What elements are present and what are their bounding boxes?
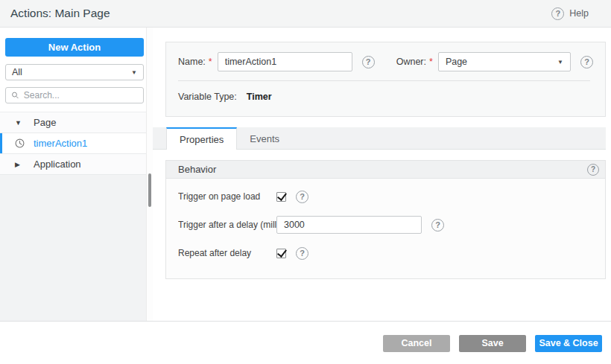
search-box[interactable] xyxy=(5,87,144,103)
owner-label: Owner: xyxy=(396,57,426,67)
scrollbar-thumb[interactable] xyxy=(148,173,151,207)
property-row-trigger-on-page-load: Trigger on page load ? xyxy=(178,182,593,211)
chevron-down-icon: ▼ xyxy=(131,69,137,76)
page-title: Actions: Main Page xyxy=(10,7,110,20)
property-label: Repeat after delay xyxy=(178,248,276,258)
property-row-repeat-after-delay: Repeat after delay ? xyxy=(178,239,593,267)
required-marker: * xyxy=(209,57,212,67)
name-label: Name: xyxy=(178,57,206,67)
trigger-on-page-load-checkbox[interactable] xyxy=(276,192,286,202)
behavior-panel: Behavior ? Trigger on page load ? Trigge… xyxy=(165,160,606,279)
search-icon xyxy=(11,91,19,100)
tree-group-page[interactable]: ▼ Page xyxy=(0,112,153,133)
sidebar-filler xyxy=(0,175,153,321)
tab-label: Properties xyxy=(180,134,224,145)
filter-dropdown[interactable]: All ▼ xyxy=(5,64,144,80)
tab-properties[interactable]: Properties xyxy=(166,127,237,150)
delay-milliseconds-input[interactable] xyxy=(276,216,422,234)
property-row-trigger-delay: Trigger after a delay (millisec… ? xyxy=(178,211,593,239)
clock-icon xyxy=(15,138,25,148)
actions-sidebar: New Action All ▼ ▼ Page xyxy=(0,28,153,321)
repeat-after-delay-checkbox[interactable] xyxy=(276,249,286,258)
variable-type-value: Timer xyxy=(247,92,272,102)
actions-tree: ▼ Page timerAction1 ▶ Application xyxy=(0,112,153,175)
help-button[interactable]: ? Help xyxy=(551,7,589,20)
tree-group-label: Application xyxy=(34,159,81,170)
action-detail-pane: Name: * ? Owner: * Page ▼ ? Variable Typ… xyxy=(153,28,611,320)
required-marker: * xyxy=(429,57,433,67)
tree-item-label: timerAction1 xyxy=(34,138,87,149)
new-action-button[interactable]: New Action xyxy=(5,38,144,57)
owner-value: Page xyxy=(446,57,467,67)
action-summary-panel: Name: * ? Owner: * Page ▼ ? Variable Typ… xyxy=(165,42,606,117)
filter-value: All xyxy=(12,67,22,77)
behavior-panel-header: Behavior ? xyxy=(166,161,605,179)
property-label: Trigger on page load xyxy=(178,191,276,202)
sidebar-controls: New Action All ▼ xyxy=(0,28,153,112)
tree-item-timer-action[interactable]: timerAction1 xyxy=(0,133,153,154)
owner-help-icon[interactable]: ? xyxy=(580,56,593,68)
help-icon: ? xyxy=(551,7,564,20)
owner-dropdown[interactable]: Page ▼ xyxy=(438,52,571,71)
property-help-icon[interactable]: ? xyxy=(296,247,308,260)
caret-down-icon: ▼ xyxy=(15,119,25,127)
name-input[interactable] xyxy=(218,52,352,71)
name-owner-row: Name: * ? Owner: * Page ▼ ? xyxy=(166,42,605,80)
variable-type-row: Variable Type: Timer xyxy=(166,81,605,112)
search-input[interactable] xyxy=(24,90,138,100)
property-label: Trigger after a delay (millisec… xyxy=(178,220,276,230)
help-label: Help xyxy=(569,8,589,19)
behavior-title: Behavior xyxy=(178,164,216,175)
tree-group-label: Page xyxy=(34,117,56,128)
detail-tabs: Properties Events xyxy=(153,127,606,150)
caret-right-icon: ▶ xyxy=(15,161,25,168)
dialog-footer: Cancel Save Save & Close xyxy=(0,321,611,364)
sidebar-scrollbar[interactable] xyxy=(146,28,153,321)
name-help-icon[interactable]: ? xyxy=(362,56,375,68)
behavior-panel-body: Trigger on page load ? Trigger after a d… xyxy=(166,179,605,278)
tree-group-application[interactable]: ▶ Application xyxy=(0,154,153,175)
property-help-icon[interactable]: ? xyxy=(296,191,308,203)
cancel-button[interactable]: Cancel xyxy=(383,335,450,352)
tab-label: Events xyxy=(250,133,279,144)
save-and-close-button[interactable]: Save & Close xyxy=(535,335,602,352)
actions-editor-window: Actions: Main Page ? Help New Action All… xyxy=(0,0,611,364)
tab-events[interactable]: Events xyxy=(237,127,292,149)
property-help-icon[interactable]: ? xyxy=(431,219,444,232)
variable-type-label: Variable Type: xyxy=(178,92,237,102)
window-header: Actions: Main Page ? Help xyxy=(0,0,611,28)
save-button[interactable]: Save xyxy=(459,335,526,352)
chevron-down-icon: ▼ xyxy=(557,59,563,66)
behavior-help-icon[interactable]: ? xyxy=(587,164,599,176)
